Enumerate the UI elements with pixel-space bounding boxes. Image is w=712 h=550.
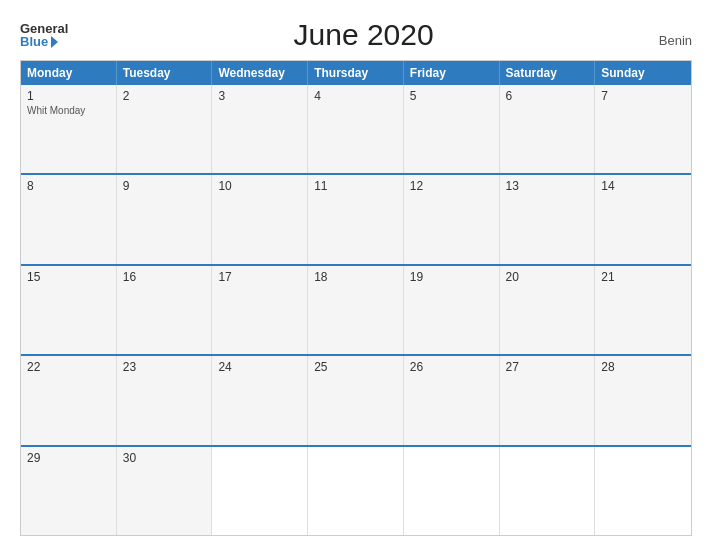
day-cell: 24 xyxy=(212,356,308,444)
day-number: 9 xyxy=(123,179,206,193)
region-label: Benin xyxy=(659,33,692,52)
week-row-5: 2930 xyxy=(21,445,691,535)
day-number: 12 xyxy=(410,179,493,193)
day-cell: 30 xyxy=(117,447,213,535)
day-number: 17 xyxy=(218,270,301,284)
day-number: 29 xyxy=(27,451,110,465)
week-row-2: 891011121314 xyxy=(21,173,691,263)
day-cell xyxy=(404,447,500,535)
day-cell: 29 xyxy=(21,447,117,535)
day-number: 22 xyxy=(27,360,110,374)
day-cell xyxy=(500,447,596,535)
day-number: 25 xyxy=(314,360,397,374)
day-number: 19 xyxy=(410,270,493,284)
day-number: 15 xyxy=(27,270,110,284)
day-header-thursday: Thursday xyxy=(308,61,404,85)
calendar-grid: MondayTuesdayWednesdayThursdayFridaySatu… xyxy=(20,60,692,536)
day-cell: 11 xyxy=(308,175,404,263)
day-cell: 18 xyxy=(308,266,404,354)
day-cell xyxy=(212,447,308,535)
day-number: 3 xyxy=(218,89,301,103)
day-header-tuesday: Tuesday xyxy=(117,61,213,85)
day-number: 8 xyxy=(27,179,110,193)
day-number: 28 xyxy=(601,360,685,374)
day-header-wednesday: Wednesday xyxy=(212,61,308,85)
day-cell xyxy=(308,447,404,535)
weeks-container: 1Whit Monday2345678910111213141516171819… xyxy=(21,85,691,535)
day-cell: 10 xyxy=(212,175,308,263)
logo-blue-text: Blue xyxy=(20,35,48,48)
day-number: 14 xyxy=(601,179,685,193)
day-cell xyxy=(595,447,691,535)
logo-triangle-icon xyxy=(51,36,58,48)
day-cell: 14 xyxy=(595,175,691,263)
day-header-saturday: Saturday xyxy=(500,61,596,85)
day-cell: 8 xyxy=(21,175,117,263)
day-cell: 22 xyxy=(21,356,117,444)
day-number: 7 xyxy=(601,89,685,103)
day-cell: 3 xyxy=(212,85,308,173)
day-cell: 13 xyxy=(500,175,596,263)
day-headers-row: MondayTuesdayWednesdayThursdayFridaySatu… xyxy=(21,61,691,85)
day-cell: 21 xyxy=(595,266,691,354)
day-cell: 27 xyxy=(500,356,596,444)
day-number: 23 xyxy=(123,360,206,374)
day-cell: 25 xyxy=(308,356,404,444)
day-number: 16 xyxy=(123,270,206,284)
day-event: Whit Monday xyxy=(27,105,85,116)
day-number: 26 xyxy=(410,360,493,374)
day-cell: 17 xyxy=(212,266,308,354)
day-number: 30 xyxy=(123,451,206,465)
logo-blue-row: Blue xyxy=(20,35,58,48)
day-header-sunday: Sunday xyxy=(595,61,691,85)
day-cell: 28 xyxy=(595,356,691,444)
day-number: 20 xyxy=(506,270,589,284)
day-cell: 5 xyxy=(404,85,500,173)
header: General Blue June 2020 Benin xyxy=(20,18,692,52)
day-cell: 12 xyxy=(404,175,500,263)
day-cell: 20 xyxy=(500,266,596,354)
calendar-title: June 2020 xyxy=(68,18,658,52)
logo: General Blue xyxy=(20,22,68,48)
calendar-page: General Blue June 2020 Benin MondayTuesd… xyxy=(0,0,712,550)
day-number: 4 xyxy=(314,89,397,103)
day-number: 13 xyxy=(506,179,589,193)
day-cell: 7 xyxy=(595,85,691,173)
day-number: 2 xyxy=(123,89,206,103)
day-number: 21 xyxy=(601,270,685,284)
day-cell: 16 xyxy=(117,266,213,354)
day-cell: 4 xyxy=(308,85,404,173)
day-cell: 2 xyxy=(117,85,213,173)
day-header-monday: Monday xyxy=(21,61,117,85)
day-number: 18 xyxy=(314,270,397,284)
day-cell: 26 xyxy=(404,356,500,444)
day-number: 24 xyxy=(218,360,301,374)
day-cell: 15 xyxy=(21,266,117,354)
day-cell: 1Whit Monday xyxy=(21,85,117,173)
day-number: 6 xyxy=(506,89,589,103)
day-number: 5 xyxy=(410,89,493,103)
week-row-1: 1Whit Monday234567 xyxy=(21,85,691,173)
day-header-friday: Friday xyxy=(404,61,500,85)
day-cell: 6 xyxy=(500,85,596,173)
week-row-3: 15161718192021 xyxy=(21,264,691,354)
day-cell: 23 xyxy=(117,356,213,444)
day-number: 11 xyxy=(314,179,397,193)
day-number: 10 xyxy=(218,179,301,193)
week-row-4: 22232425262728 xyxy=(21,354,691,444)
day-number: 1 xyxy=(27,89,110,103)
day-number: 27 xyxy=(506,360,589,374)
day-cell: 9 xyxy=(117,175,213,263)
day-cell: 19 xyxy=(404,266,500,354)
